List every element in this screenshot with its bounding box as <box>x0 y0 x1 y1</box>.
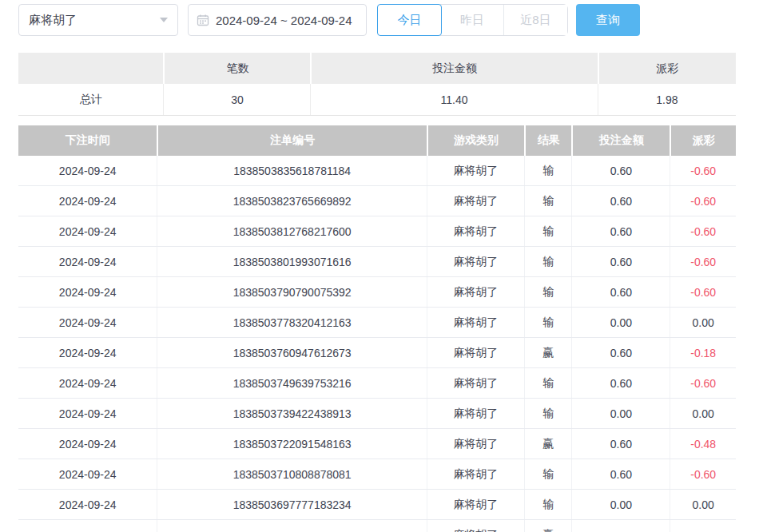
bets-header-payout: 派彩 <box>670 125 736 156</box>
bet-row: 2024-09-24 1838503801993071616 麻将胡了 输 0.… <box>18 247 736 277</box>
quick-range-button[interactable]: 近8日 <box>504 5 567 35</box>
bet-row: 麻将胡了 赢 <box>18 520 736 532</box>
bet-row: 2024-09-24 1838503697777183234 麻将胡了 输 0.… <box>18 490 736 520</box>
bets-table: 下注时间 注单编号 游戏类别 结果 投注金额 派彩 2024-09-24 183… <box>18 125 736 532</box>
bet-game: 麻将胡了 <box>427 216 524 246</box>
bet-time: 2024-09-24 <box>18 216 157 246</box>
bet-result: 输 <box>524 459 571 489</box>
bet-amount: 0.00 <box>571 399 670 428</box>
bet-time: 2024-09-24 <box>18 490 157 519</box>
bet-time: 2024-09-24 <box>18 459 157 489</box>
quick-range-button[interactable]: 昨日 <box>441 5 504 35</box>
bet-game: 麻将胡了 <box>427 277 524 307</box>
bet-payout: -0.60 <box>670 247 736 276</box>
bet-time: 2024-09-24 <box>18 429 157 459</box>
bet-amount: 0.60 <box>571 429 670 459</box>
bet-order-no <box>157 520 427 532</box>
bet-order-no: 1838503710808878081 <box>157 459 427 489</box>
bet-order-no: 1838503697777183234 <box>157 490 427 519</box>
bet-game: 麻将胡了 <box>427 308 524 337</box>
bet-time: 2024-09-24 <box>18 247 157 276</box>
summary-header-bet-amount: 投注金额 <box>310 53 597 84</box>
bet-payout: -0.60 <box>670 216 736 246</box>
bet-order-no: 1838503722091548163 <box>157 429 427 459</box>
bet-result: 输 <box>524 277 571 307</box>
summary-header-row: 笔数 投注金额 派彩 <box>18 53 736 84</box>
bet-result: 赢 <box>524 338 571 367</box>
date-range-input[interactable]: 2024-09-24 ~ 2024-09-24 <box>188 4 367 36</box>
bet-result: 输 <box>524 490 571 519</box>
bet-time: 2024-09-24 <box>18 186 157 216</box>
bet-row: 2024-09-24 1838503760947612673 麻将胡了 赢 0.… <box>18 338 736 368</box>
bet-amount: 0.60 <box>571 247 670 276</box>
date-range-value: 2024-09-24 ~ 2024-09-24 <box>216 14 352 27</box>
summary-total-payout: 1.98 <box>598 84 736 115</box>
bet-amount <box>571 520 670 532</box>
bets-header-result: 结果 <box>524 125 571 156</box>
bet-row: 2024-09-24 1838503812768217600 麻将胡了 输 0.… <box>18 216 736 247</box>
quick-range-button[interactable]: 今日 <box>377 4 442 36</box>
bet-payout: -0.18 <box>670 338 736 367</box>
bet-payout: 0.00 <box>670 308 736 337</box>
bet-payout: -0.60 <box>670 368 736 398</box>
bet-result: 输 <box>524 247 571 276</box>
chevron-down-icon <box>160 18 168 22</box>
bet-amount: 0.60 <box>571 459 670 489</box>
bet-order-no: 1838503778320412163 <box>157 308 427 337</box>
bet-payout: -0.48 <box>670 429 736 459</box>
bets-header-order-no: 注单编号 <box>157 125 427 156</box>
bet-payout <box>670 520 736 532</box>
bet-game: 麻将胡了 <box>427 399 524 428</box>
bet-row: 2024-09-24 1838503739422438913 麻将胡了 输 0.… <box>18 399 736 429</box>
summary-total-count: 30 <box>163 84 310 115</box>
bet-time: 2024-09-24 <box>18 308 157 337</box>
summary-total-label: 总计 <box>18 84 163 115</box>
bet-order-no: 1838503760947612673 <box>157 338 427 367</box>
summary-header-count: 笔数 <box>163 53 310 84</box>
bet-order-no: 1838503790790075392 <box>157 277 427 307</box>
bet-game: 麻将胡了 <box>427 429 524 459</box>
bet-time: 2024-09-24 <box>18 156 157 185</box>
page: 麻将胡了 2024-09-24 ~ 2024-09-24 <box>0 0 754 532</box>
bet-payout: 0.00 <box>670 490 736 519</box>
bet-amount: 0.60 <box>571 277 670 307</box>
bet-row: 2024-09-24 1838503823765669892 麻将胡了 输 0.… <box>18 186 736 216</box>
bet-row: 2024-09-24 1838503790790075392 麻将胡了 输 0.… <box>18 277 736 308</box>
bet-game: 麻将胡了 <box>427 520 524 532</box>
bet-row: 2024-09-24 1838503749639753216 麻将胡了 输 0.… <box>18 368 736 399</box>
game-select[interactable]: 麻将胡了 <box>18 4 178 36</box>
bet-order-no: 1838503812768217600 <box>157 216 427 246</box>
bet-payout: 0.00 <box>670 399 736 428</box>
bet-time: 2024-09-24 <box>18 277 157 307</box>
search-button[interactable]: 查询 <box>576 4 640 36</box>
summary-total-row: 总计 30 11.40 1.98 <box>18 84 736 116</box>
bets-header-game: 游戏类别 <box>427 125 524 156</box>
bet-result: 输 <box>524 186 571 216</box>
bet-game: 麻将胡了 <box>427 490 524 519</box>
bet-result: 输 <box>524 308 571 337</box>
bet-amount: 0.60 <box>571 368 670 398</box>
game-select-value: 麻将胡了 <box>29 13 77 28</box>
summary-header-payout: 派彩 <box>598 53 736 84</box>
bet-order-no: 1838503801993071616 <box>157 247 427 276</box>
toolbar: 麻将胡了 2024-09-24 ~ 2024-09-24 <box>18 4 754 36</box>
quick-range-group: 今日 昨日 近8日 <box>377 4 568 36</box>
bet-row: 2024-09-24 1838503778320412163 麻将胡了 输 0.… <box>18 308 736 338</box>
bet-game: 麻将胡了 <box>427 368 524 398</box>
bet-time: 2024-09-24 <box>18 338 157 367</box>
bet-game: 麻将胡了 <box>427 156 524 185</box>
bet-game: 麻将胡了 <box>427 338 524 367</box>
bets-header-time: 下注时间 <box>18 125 157 156</box>
bet-game: 麻将胡了 <box>427 247 524 276</box>
bet-amount: 0.00 <box>571 308 670 337</box>
bet-result: 输 <box>524 156 571 185</box>
bet-payout: -0.60 <box>670 186 736 216</box>
bet-time: 2024-09-24 <box>18 399 157 428</box>
bet-amount: 0.60 <box>571 156 670 185</box>
bet-payout: -0.60 <box>670 277 736 307</box>
bet-amount: 0.60 <box>571 338 670 367</box>
summary-table: 笔数 投注金额 派彩 总计 30 11.40 1.98 <box>18 53 736 116</box>
bet-result: 输 <box>524 399 571 428</box>
bet-row: 2024-09-24 1838503722091548163 麻将胡了 赢 0.… <box>18 429 736 459</box>
bet-game: 麻将胡了 <box>427 459 524 489</box>
